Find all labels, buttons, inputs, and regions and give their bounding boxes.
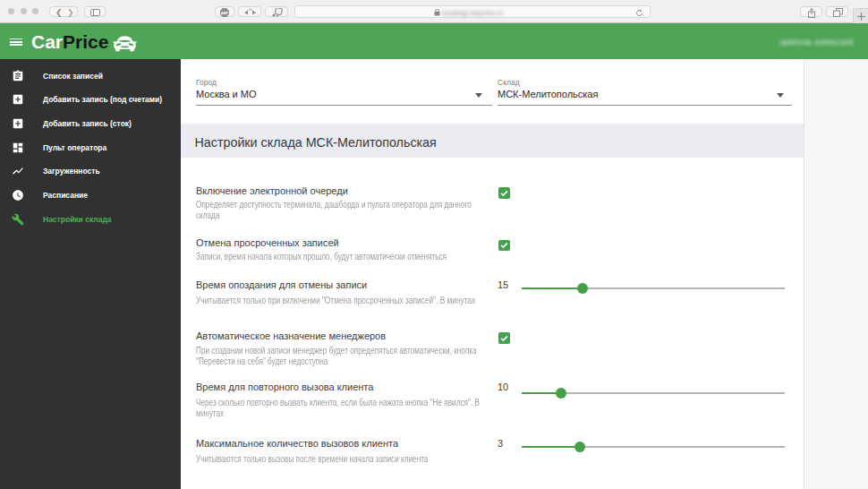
svg-text:ABP: ABP bbox=[221, 11, 229, 15]
